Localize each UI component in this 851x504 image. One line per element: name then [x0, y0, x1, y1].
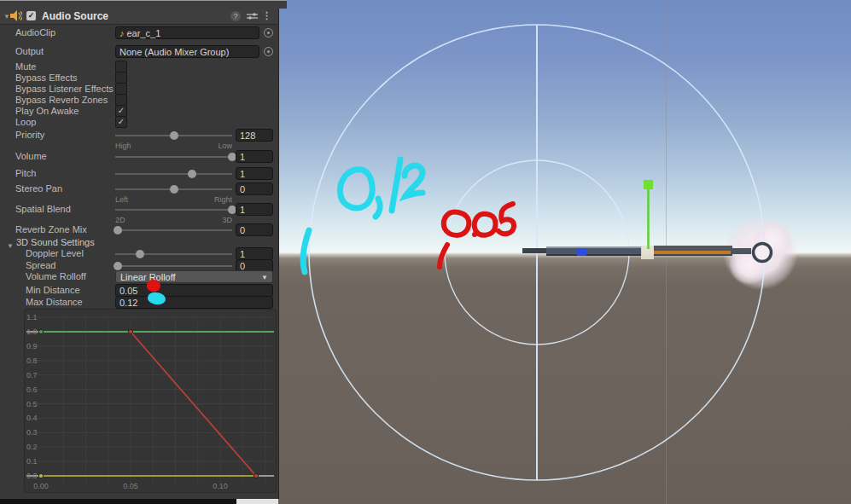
doppler-level-value[interactable]: 1: [236, 247, 273, 260]
bypass-reverb-zones-checkbox[interactable]: [115, 94, 127, 106]
muzzle-ring-gizmo[interactable]: [754, 244, 772, 262]
weapon-model[interactable]: [522, 246, 751, 256]
volume-rolloff-dropdown[interactable]: Linear Rolloff ▼: [115, 270, 273, 283]
audioclip-label: AudioClip: [15, 27, 55, 38]
rolloff-curve-canvas[interactable]: [25, 310, 276, 492]
reverb-zone-mix-label: Reverb Zone Mix: [15, 224, 87, 235]
priority-label: Priority: [15, 130, 44, 140]
stereo-pan-label: Stereo Pan: [15, 183, 62, 194]
kebab-menu-icon[interactable]: ⋮: [262, 10, 271, 21]
spatial-blend-slider[interactable]: 2D 3D: [115, 203, 232, 217]
annotation-min-distance: [440, 204, 514, 267]
stereo-pan-slider[interactable]: Left Right: [115, 182, 232, 196]
bypass-listener-effects-label: Bypass Listener Effects: [15, 84, 114, 94]
volume-rolloff-label: Volume Rolloff: [26, 271, 86, 281]
chevron-down-icon: ▼: [261, 274, 268, 281]
annotation-max-tick: [303, 230, 309, 272]
reverb-zone-mix-value[interactable]: 0: [236, 223, 273, 236]
blue-attachment: [577, 248, 586, 256]
audioclip-field[interactable]: ♪ear_c_1: [115, 26, 259, 39]
pitch-label: Pitch: [15, 168, 36, 178]
bypass-reverb-zones-label: Bypass Reverb Zones: [15, 95, 108, 105]
3d-sound-settings-foldout[interactable]: ▼3D Sound Settings: [7, 237, 95, 247]
min-distance-field[interactable]: 0.05: [115, 284, 273, 297]
component-enabled-checkbox[interactable]: ✓: [26, 11, 36, 20]
priority-slider[interactable]: High Low: [115, 129, 232, 142]
annotation-min-tick: [440, 245, 447, 267]
min-distance-label: Min Distance: [26, 285, 80, 295]
stereo-pan-value[interactable]: 0: [236, 182, 273, 195]
loop-label: Loop: [15, 117, 36, 127]
volume-value[interactable]: 1: [236, 150, 273, 163]
component-title: Audio Source: [42, 10, 108, 22]
mute-checkbox[interactable]: [115, 61, 127, 72]
bottom-white-strip: [236, 499, 278, 504]
component-header[interactable]: ▼ ✓ Audio Source ? ⋮: [0, 8, 278, 25]
play-on-awake-checkbox[interactable]: ✓: [115, 105, 127, 117]
volume-label: Volume: [15, 151, 47, 161]
spatial-blend-label: Spatial Blend: [15, 204, 71, 214]
mute-label: Mute: [15, 61, 36, 72]
rolloff-curve-graph[interactable]: 1.11.00.90.80.70.60.50.40.30.20.10.00.00…: [24, 309, 277, 493]
audio-clip-icon: ♪: [119, 28, 125, 38]
object-picker-icon[interactable]: [264, 28, 273, 38]
reverb-zone-mix-slider[interactable]: [115, 223, 232, 237]
object-picker-icon[interactable]: [264, 47, 273, 56]
max-distance-label: Max Distance: [26, 297, 83, 307]
doppler-level-label: Doppler Level: [26, 248, 84, 258]
output-field[interactable]: None (Audio Mixer Group): [115, 45, 259, 58]
max-distance-field[interactable]: 0.12: [115, 296, 273, 309]
move-tool-y-handle: [644, 180, 653, 189]
play-on-awake-label: Play On Awake: [15, 106, 79, 116]
pitch-slider[interactable]: [115, 167, 232, 181]
output-label: Output: [15, 46, 44, 56]
loop-checkbox[interactable]: ✓: [115, 116, 127, 128]
spread-label: Spread: [26, 260, 55, 270]
priority-value[interactable]: 128: [236, 129, 273, 142]
window-top-strip: [0, 0, 287, 9]
move-tool-y-axis[interactable]: [644, 180, 653, 249]
volume-slider[interactable]: [115, 150, 232, 164]
foldout-triangle-icon[interactable]: ▼: [3, 13, 10, 20]
bypass-effects-checkbox[interactable]: [115, 72, 127, 84]
audio-source-inspector: ▼ ✓ Audio Source ? ⋮ AudioClip ♪ear_c_1: [0, 0, 279, 499]
presets-icon[interactable]: [247, 12, 258, 20]
audio-source-icon: [10, 10, 22, 21]
annotation-max-distance: [303, 159, 423, 272]
bottom-black-strip: [0, 499, 236, 504]
bypass-effects-label: Bypass Effects: [15, 72, 78, 83]
spatial-blend-value[interactable]: 1: [236, 203, 273, 216]
unity-editor: { "chart_data": { "type": "line", "title…: [0, 0, 851, 504]
help-icon[interactable]: ?: [230, 11, 241, 21]
pitch-value[interactable]: 1: [236, 167, 273, 180]
bypass-listener-effects-checkbox[interactable]: [115, 83, 127, 95]
